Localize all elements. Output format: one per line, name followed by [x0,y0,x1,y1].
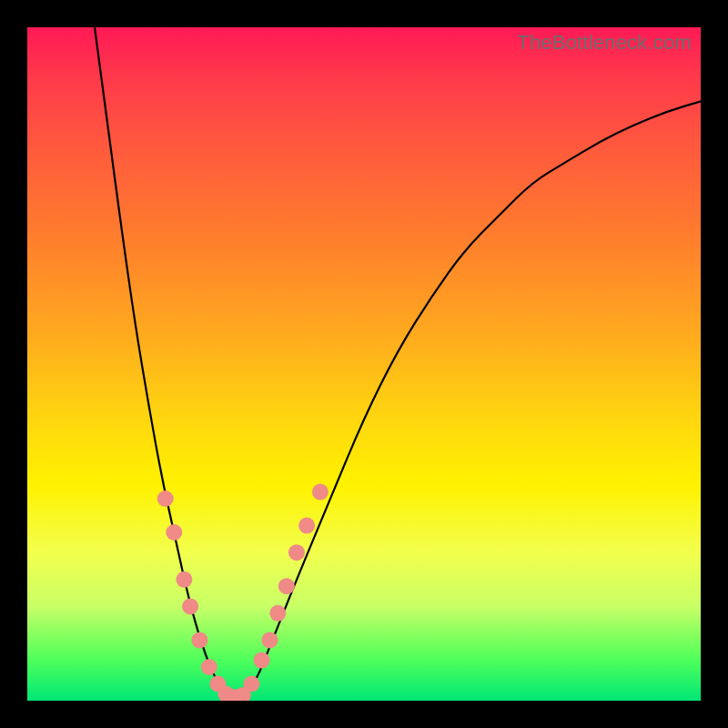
sample-dot [201,659,217,675]
bottleneck-curve [95,27,701,697]
chart-frame: TheBottleneck.com [0,0,728,728]
sample-dot [166,524,182,541]
sample-dot [312,484,329,500]
sample-dot [288,544,305,561]
sample-dot [254,652,270,669]
sample-dot [261,632,278,648]
sample-dot [191,632,207,648]
sample-dot [298,518,315,534]
sample-dots-group [157,484,329,701]
sample-dot [269,605,286,622]
sample-dot [176,571,192,588]
chart-svg [27,27,701,701]
sample-dot [243,676,259,693]
sample-dot [157,490,174,507]
sample-dot [182,598,198,614]
plot-area: TheBottleneck.com [27,27,701,701]
sample-dot [278,578,295,594]
